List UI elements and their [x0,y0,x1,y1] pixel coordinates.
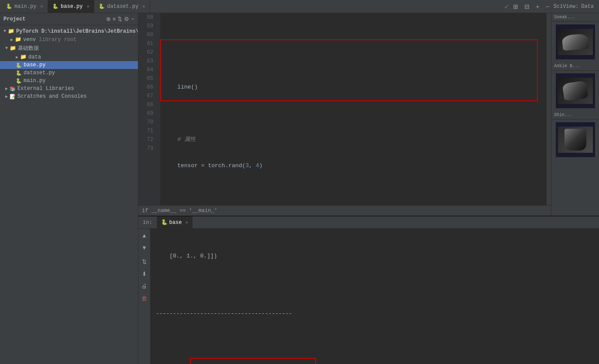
tab-close-btn[interactable]: ✕ [40,3,43,9]
sidebar-item-base-py[interactable]: 🐍 base.py [0,61,138,69]
scroll-down-btn[interactable]: ▼ [140,243,149,252]
print-btn[interactable]: 🖨 [140,281,149,291]
line-72: 72 [138,135,157,144]
chevron-right-icon-3: ▶ [5,86,8,91]
sidebar-item-dataset-py[interactable]: 🐍 dataset.py [0,69,138,77]
bottom-content: ▲ ▼ ⇅ ⬇ 🖨 🗑 [0., 1., 0.]]) -------------… [138,229,599,364]
bottom-sidebar: ▲ ▼ ⇅ ⬇ 🖨 🗑 [138,229,151,364]
line-69: 69 [138,109,157,118]
python-icon: 🐍 [6,3,12,9]
line-60: 60 [138,31,157,39]
sciview-panel: Sneak... Ankle B... Shin... [551,13,599,216]
sciview-thumb-2[interactable] [556,73,595,108]
tab-close-btn-2[interactable]: ✕ [86,3,90,9]
bottom-tab-bar: in: 🐍 base ✕ [138,216,599,229]
line-70: 70 [138,118,157,127]
bottom-tab-in[interactable]: in: [138,216,157,229]
sidebar-item-ext-libs[interactable]: ▶ 📚 External Libraries [0,85,138,93]
sidebar-item-label-sub: data [28,54,41,60]
thumb-image-1 [558,29,593,55]
sidebar-title: Project [3,16,25,22]
output-line-4 [156,338,594,347]
clear-btn[interactable]: 🗑 [140,293,149,303]
rerun-btn[interactable]: ⇅ [140,257,149,266]
sciview-panel-header: Sneak... [551,13,599,22]
toolbar-right: ✓ ⊞ ⊟ + − SciView: Data [505,2,597,11]
line-63: 63 [138,57,157,65]
boot-shape [565,129,586,151]
tab-bar: 🐍 main.py ✕ 🐍 base.py ✕ 🐍 dataset.py ✕ ✓… [0,0,599,13]
code-line-63 [164,188,543,196]
line-66: 66 [138,83,157,92]
output-line-1: [0., 1., 0.]]) [156,251,594,261]
sidebar-item-main-py[interactable]: 🐍 main.py [0,77,138,85]
code-line-62: tensor = torch.rand(3, 4) [164,161,543,170]
sidebar-globe-btn[interactable]: ⊕ [106,16,111,22]
sidebar-item-scratches[interactable]: ▶ 📝 Scratches and Consoles [0,93,138,100]
bottom-output[interactable]: [0., 1., 0.]]) -------------------------… [151,229,599,364]
sidebar-list-btn[interactable]: ≡ [113,16,116,22]
line-71: 71 [138,127,157,135]
code-content: line() # 属性 tensor = torch.rand(3, 4) pr… [160,13,547,205]
sidebar-sort-btn[interactable]: ⇅ [117,16,122,22]
code-scroll[interactable]: 58 59 60 61 62 63 64 65 66 67 68 69 70 7… [138,13,551,205]
scroll-up-btn[interactable]: ▲ [140,230,149,240]
line-62: 62 [138,48,157,57]
bottom-panel: in: 🐍 base ✕ ▲ ▼ ⇅ ⬇ 🖨 🗑 [138,216,599,364]
sidebar-minimize-btn[interactable]: − [131,16,134,22]
thumb-image-3 [558,127,593,153]
vertical-scrollbar[interactable] [547,13,551,205]
tab-label-2: base.py [61,3,83,10]
folder-icon-sub: 📁 [20,54,27,60]
tab-base-py[interactable]: 🐍 base.py ✕ [48,0,94,13]
tab-close-btn-3[interactable]: ✕ [142,3,145,9]
sciview-panel-header-3: Shin... [551,111,599,120]
line-65: 65 [138,74,157,83]
tab-dataset-py[interactable]: 🐍 dataset.py ✕ [94,0,150,13]
breadcrumb-bar: if __name__ == '__main_' [138,205,551,216]
main-layout: Project ⊕ ≡ ⇅ ⚙ − ▼ 📁 PyTorch D:\install… [0,13,599,364]
sciview-data-label: Data [581,3,594,10]
bottom-tab-base-label: base [169,220,182,226]
bottom-tab-close[interactable]: ✕ [185,220,188,225]
code-editor[interactable]: 58 59 60 61 62 63 64 65 66 67 68 69 70 7… [138,13,551,216]
zoom-out-btn[interactable]: − [544,2,551,11]
expand-btn[interactable]: ⊞ [511,2,520,11]
stop-btn[interactable]: ⬇ [140,269,149,278]
chevron-right-icon: ▶ [10,37,13,42]
python-file-icon-2: 🐍 [16,70,22,76]
tab-main-py[interactable]: 🐍 main.py ✕ [2,0,48,13]
python-file-icon-3: 🐍 [16,78,22,84]
sidebar-item-label: PyTorch D:\install\JetBrains\JetBrains\P [16,28,138,34]
thumb-image-2 [558,78,593,104]
sciview-thumb-1[interactable] [556,24,595,59]
grid-btn[interactable]: ⊟ [523,2,531,11]
sciview-thumb-3[interactable] [556,122,595,157]
sciview-panel-header-2: Ankle B... [551,62,599,71]
line-64: 64 [138,65,157,74]
sidebar-item-data-folder[interactable]: ▼ 📁 基础数据 [0,44,138,53]
sidebar-item-label-venv: venv library root [23,37,76,43]
sciview-title-2: Ankle B... [554,64,580,69]
sidebar-item-data-sub[interactable]: ▶ 📁 data [0,53,138,61]
sidebar-item-venv[interactable]: ▶ 📁 venv library root [0,35,138,44]
line-numbers: 58 59 60 61 62 63 64 65 66 67 68 69 70 7… [138,13,160,205]
sidebar-item-label-scratch: Scratches and Consoles [17,93,86,100]
sidebar: Project ⊕ ≡ ⇅ ⚙ − ▼ 📁 PyTorch D:\install… [0,13,138,364]
scratch-icon: 📝 [10,94,16,100]
line-67: 67 [138,92,157,100]
sidebar-settings-btn[interactable]: ⚙ [124,16,129,22]
zoom-in-btn[interactable]: + [534,2,541,11]
library-icon: 📚 [10,86,16,92]
line-58: 58 [138,13,157,22]
chevron-down-icon: ▼ [3,29,6,34]
bottom-tab-base[interactable]: 🐍 base ✕ [157,216,193,229]
sidebar-item-pytorch[interactable]: ▼ 📁 PyTorch D:\install\JetBrains\JetBrai… [0,27,138,35]
chevron-right-icon-2: ▶ [16,55,18,60]
python-icon-2: 🐍 [52,3,59,9]
sidebar-item-label-data: 基础数据 [18,45,39,52]
code-line-61: # 属性 [164,135,543,144]
check-icon: ✓ [505,2,509,11]
output-highlight-box: Size of tensor: torch.Size([3, 4]) Shape… [190,358,316,364]
code-line-59: line() [164,83,543,92]
